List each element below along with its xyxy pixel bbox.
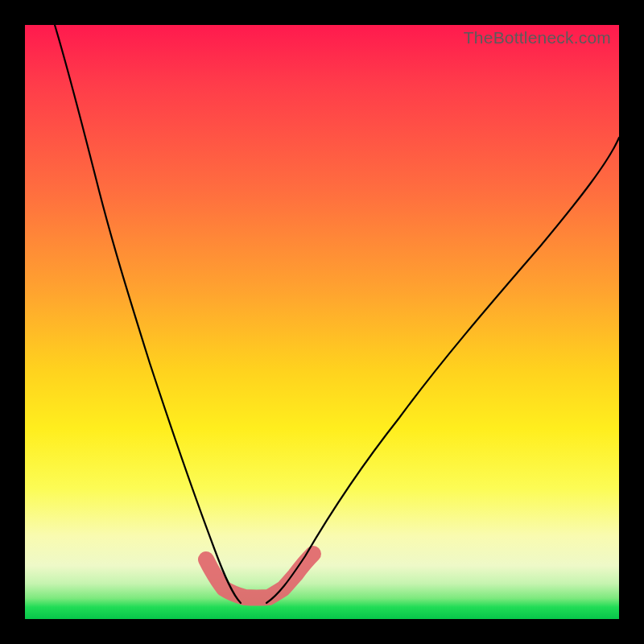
plot-area: TheBottleneck.com: [25, 25, 619, 619]
curve-layer: [25, 25, 619, 619]
watermark-text: TheBottleneck.com: [464, 28, 611, 47]
curve-left: [55, 25, 241, 603]
optimal-band: [206, 554, 313, 598]
chart-frame: TheBottleneck.com: [0, 0, 644, 644]
curve-right: [266, 138, 619, 603]
